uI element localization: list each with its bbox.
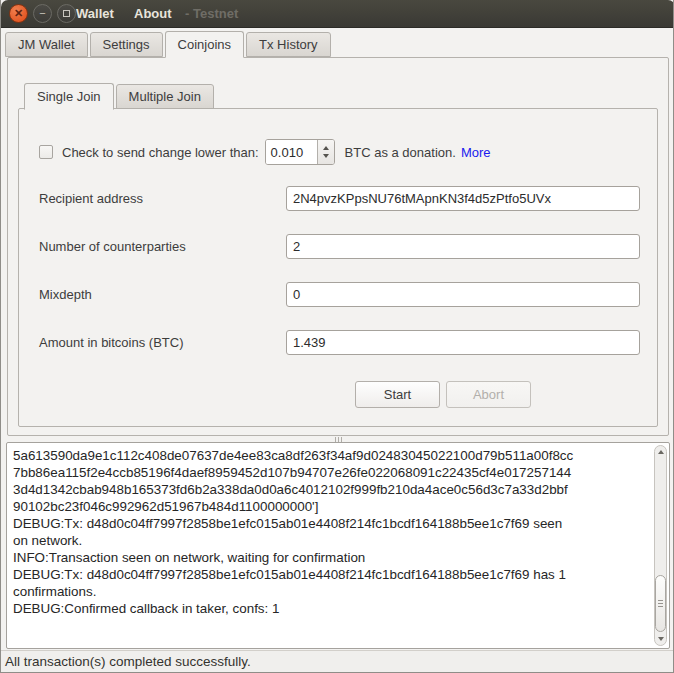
start-button[interactable]: Start: [355, 381, 440, 408]
donation-label[interactable]: Check to send change lower than:: [62, 145, 259, 160]
tab-settings[interactable]: Settings: [90, 32, 163, 57]
menu-wallet[interactable]: Wallet: [76, 0, 114, 28]
join-tabbar: Single Join Multiple Join: [24, 81, 216, 109]
minimize-icon[interactable]: −: [33, 4, 52, 23]
tab-tx-history[interactable]: Tx History: [246, 32, 331, 57]
spin-up-icon[interactable]: [323, 146, 329, 150]
mixdepth-label: Mixdepth: [39, 287, 286, 302]
log-line: 5a613590da9e1c112c408de07637de4ee83ca8df…: [13, 447, 649, 464]
spinner-buttons[interactable]: [317, 140, 334, 164]
log-line: on network.: [13, 532, 649, 549]
amount-input[interactable]: [286, 330, 640, 355]
scroll-up-icon[interactable]: [655, 450, 666, 454]
tab-jm-wallet[interactable]: JM Wallet: [5, 32, 88, 57]
amount-row: Amount in bitcoins (BTC): [39, 329, 640, 355]
recipient-label: Recipient address: [39, 191, 286, 206]
tab-coinjoins[interactable]: Coinjoins: [165, 31, 244, 58]
log-scrollbar[interactable]: [654, 445, 667, 646]
donation-amount-value[interactable]: 0.010: [266, 140, 317, 164]
amount-label: Amount in bitcoins (BTC): [39, 335, 286, 350]
maximize-icon[interactable]: [57, 4, 76, 23]
tab-multiple-join[interactable]: Multiple Join: [116, 84, 214, 109]
recipient-row: Recipient address: [39, 185, 640, 211]
log-line: INFO:Transaction seen on network, waitin…: [13, 549, 649, 566]
titlebar[interactable]: ✕ − Wallet About - Testnet: [1, 0, 674, 28]
mixdepth-row: Mixdepth: [39, 281, 640, 307]
mixdepth-input[interactable]: [286, 282, 640, 307]
log-output[interactable]: 5a613590da9e1c112c408de07637de4ee83ca8df…: [6, 442, 670, 649]
log-line: confirmations.: [13, 583, 649, 600]
maximize-glyph: [63, 10, 70, 17]
abort-button: Abort: [446, 381, 531, 408]
tab-single-join[interactable]: Single Join: [24, 83, 114, 110]
more-link[interactable]: More: [461, 145, 491, 160]
single-join-pane: Check to send change lower than: 0.010 B…: [18, 108, 658, 427]
status-bar: All transaction(s) completed successfull…: [1, 650, 674, 673]
log-line: DEBUG:Tx: d48d0c04ff7997f2858be1efc015ab…: [13, 566, 649, 583]
log-line: 7bb86ea115f2e4ccb85196f4daef8959452d107b…: [13, 464, 649, 481]
scroll-down-icon[interactable]: [655, 637, 666, 641]
log-line: 3d4d1342cbab948b165373fd6b2a338da0d0a6c4…: [13, 481, 649, 498]
status-text: All transaction(s) completed successfull…: [5, 654, 251, 669]
log-content: 5a613590da9e1c112c408de07637de4ee83ca8df…: [13, 447, 649, 646]
recipient-input[interactable]: [286, 186, 640, 211]
scrollbar-thumb[interactable]: [655, 575, 666, 632]
log-line: 90102bc23f046c992962d51967b484d110000000…: [13, 498, 649, 515]
counterparties-row: Number of counterparties: [39, 233, 640, 259]
donation-suffix: BTC as a donation.: [345, 145, 456, 160]
app-window: ✕ − Wallet About - Testnet JM Wallet Set…: [0, 0, 674, 673]
donation-amount-spinner[interactable]: 0.010: [265, 139, 335, 165]
close-icon[interactable]: ✕: [9, 4, 28, 23]
main-tabbar: JM Wallet Settings Coinjoins Tx History: [5, 30, 333, 57]
spin-down-icon[interactable]: [323, 154, 329, 158]
counterparties-label: Number of counterparties: [39, 239, 286, 254]
donation-row: Check to send change lower than: 0.010 B…: [39, 139, 640, 165]
coinjoins-pane: Single Join Multiple Join Check to send …: [7, 57, 669, 436]
action-buttons-row: Start Abort: [19, 381, 657, 408]
menu-about[interactable]: About: [134, 0, 172, 28]
counterparties-input[interactable]: [286, 234, 640, 259]
log-line: DEBUG:Confirmed callback in taker, confs…: [13, 600, 649, 617]
window-title-suffix: - Testnet: [185, 0, 238, 28]
log-line: DEBUG:Tx: d48d0c04ff7997f2858be1efc015ab…: [13, 515, 649, 532]
donation-checkbox[interactable]: [39, 145, 53, 159]
